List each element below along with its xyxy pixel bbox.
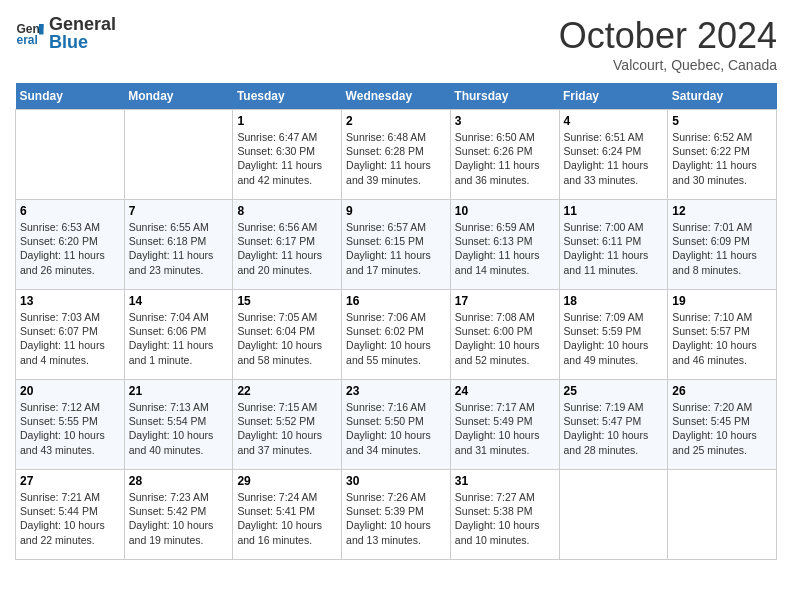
day-info: Sunrise: 7:04 AM Sunset: 6:06 PM Dayligh… [129, 310, 229, 367]
page-header: Gen eral General Blue October 2024 Valco… [15, 15, 777, 73]
calendar-week-3: 13Sunrise: 7:03 AM Sunset: 6:07 PM Dayli… [16, 290, 777, 380]
calendar-cell: 9Sunrise: 6:57 AM Sunset: 6:15 PM Daylig… [342, 200, 451, 290]
day-info: Sunrise: 7:01 AM Sunset: 6:09 PM Dayligh… [672, 220, 772, 277]
day-number: 19 [672, 294, 772, 308]
day-info: Sunrise: 7:24 AM Sunset: 5:41 PM Dayligh… [237, 490, 337, 547]
day-info: Sunrise: 6:57 AM Sunset: 6:15 PM Dayligh… [346, 220, 446, 277]
day-info: Sunrise: 7:09 AM Sunset: 5:59 PM Dayligh… [564, 310, 664, 367]
day-number: 27 [20, 474, 120, 488]
logo-text-blue: Blue [49, 32, 88, 52]
day-info: Sunrise: 7:17 AM Sunset: 5:49 PM Dayligh… [455, 400, 555, 457]
day-number: 25 [564, 384, 664, 398]
weekday-header-thursday: Thursday [450, 83, 559, 110]
calendar-week-4: 20Sunrise: 7:12 AM Sunset: 5:55 PM Dayli… [16, 380, 777, 470]
calendar-cell: 3Sunrise: 6:50 AM Sunset: 6:26 PM Daylig… [450, 110, 559, 200]
calendar-cell: 8Sunrise: 6:56 AM Sunset: 6:17 PM Daylig… [233, 200, 342, 290]
location-label: Valcourt, Quebec, Canada [559, 57, 777, 73]
weekday-header-saturday: Saturday [668, 83, 777, 110]
calendar-cell: 7Sunrise: 6:55 AM Sunset: 6:18 PM Daylig… [124, 200, 233, 290]
day-info: Sunrise: 7:20 AM Sunset: 5:45 PM Dayligh… [672, 400, 772, 457]
calendar-cell: 14Sunrise: 7:04 AM Sunset: 6:06 PM Dayli… [124, 290, 233, 380]
calendar-cell: 2Sunrise: 6:48 AM Sunset: 6:28 PM Daylig… [342, 110, 451, 200]
day-info: Sunrise: 7:05 AM Sunset: 6:04 PM Dayligh… [237, 310, 337, 367]
day-number: 16 [346, 294, 446, 308]
calendar-cell: 13Sunrise: 7:03 AM Sunset: 6:07 PM Dayli… [16, 290, 125, 380]
calendar-week-5: 27Sunrise: 7:21 AM Sunset: 5:44 PM Dayli… [16, 470, 777, 560]
day-info: Sunrise: 7:12 AM Sunset: 5:55 PM Dayligh… [20, 400, 120, 457]
day-info: Sunrise: 6:56 AM Sunset: 6:17 PM Dayligh… [237, 220, 337, 277]
day-info: Sunrise: 7:00 AM Sunset: 6:11 PM Dayligh… [564, 220, 664, 277]
day-info: Sunrise: 6:51 AM Sunset: 6:24 PM Dayligh… [564, 130, 664, 187]
day-number: 18 [564, 294, 664, 308]
day-number: 31 [455, 474, 555, 488]
weekday-header-tuesday: Tuesday [233, 83, 342, 110]
calendar-cell: 17Sunrise: 7:08 AM Sunset: 6:00 PM Dayli… [450, 290, 559, 380]
calendar-cell: 12Sunrise: 7:01 AM Sunset: 6:09 PM Dayli… [668, 200, 777, 290]
day-info: Sunrise: 6:52 AM Sunset: 6:22 PM Dayligh… [672, 130, 772, 187]
calendar-table: SundayMondayTuesdayWednesdayThursdayFrid… [15, 83, 777, 560]
day-number: 22 [237, 384, 337, 398]
calendar-cell: 24Sunrise: 7:17 AM Sunset: 5:49 PM Dayli… [450, 380, 559, 470]
day-info: Sunrise: 7:26 AM Sunset: 5:39 PM Dayligh… [346, 490, 446, 547]
day-number: 20 [20, 384, 120, 398]
calendar-cell: 30Sunrise: 7:26 AM Sunset: 5:39 PM Dayli… [342, 470, 451, 560]
day-info: Sunrise: 7:15 AM Sunset: 5:52 PM Dayligh… [237, 400, 337, 457]
day-number: 10 [455, 204, 555, 218]
day-number: 29 [237, 474, 337, 488]
day-number: 9 [346, 204, 446, 218]
day-number: 13 [20, 294, 120, 308]
day-number: 5 [672, 114, 772, 128]
calendar-cell: 26Sunrise: 7:20 AM Sunset: 5:45 PM Dayli… [668, 380, 777, 470]
calendar-cell: 28Sunrise: 7:23 AM Sunset: 5:42 PM Dayli… [124, 470, 233, 560]
day-number: 30 [346, 474, 446, 488]
calendar-week-2: 6Sunrise: 6:53 AM Sunset: 6:20 PM Daylig… [16, 200, 777, 290]
day-number: 3 [455, 114, 555, 128]
svg-text:eral: eral [17, 33, 38, 47]
calendar-cell: 5Sunrise: 6:52 AM Sunset: 6:22 PM Daylig… [668, 110, 777, 200]
calendar-cell: 25Sunrise: 7:19 AM Sunset: 5:47 PM Dayli… [559, 380, 668, 470]
calendar-cell: 19Sunrise: 7:10 AM Sunset: 5:57 PM Dayli… [668, 290, 777, 380]
calendar-cell: 11Sunrise: 7:00 AM Sunset: 6:11 PM Dayli… [559, 200, 668, 290]
calendar-cell: 6Sunrise: 6:53 AM Sunset: 6:20 PM Daylig… [16, 200, 125, 290]
header-row: SundayMondayTuesdayWednesdayThursdayFrid… [16, 83, 777, 110]
day-number: 7 [129, 204, 229, 218]
calendar-cell [124, 110, 233, 200]
day-number: 28 [129, 474, 229, 488]
day-info: Sunrise: 7:13 AM Sunset: 5:54 PM Dayligh… [129, 400, 229, 457]
calendar-cell: 20Sunrise: 7:12 AM Sunset: 5:55 PM Dayli… [16, 380, 125, 470]
logo-icon: Gen eral [15, 18, 45, 48]
logo-text-general: General [49, 14, 116, 34]
day-info: Sunrise: 7:08 AM Sunset: 6:00 PM Dayligh… [455, 310, 555, 367]
day-info: Sunrise: 7:16 AM Sunset: 5:50 PM Dayligh… [346, 400, 446, 457]
calendar-cell [559, 470, 668, 560]
day-info: Sunrise: 6:48 AM Sunset: 6:28 PM Dayligh… [346, 130, 446, 187]
day-number: 24 [455, 384, 555, 398]
calendar-cell: 4Sunrise: 6:51 AM Sunset: 6:24 PM Daylig… [559, 110, 668, 200]
day-info: Sunrise: 7:21 AM Sunset: 5:44 PM Dayligh… [20, 490, 120, 547]
month-title: October 2024 [559, 15, 777, 57]
calendar-cell [16, 110, 125, 200]
calendar-cell: 27Sunrise: 7:21 AM Sunset: 5:44 PM Dayli… [16, 470, 125, 560]
day-number: 23 [346, 384, 446, 398]
day-number: 6 [20, 204, 120, 218]
weekday-header-wednesday: Wednesday [342, 83, 451, 110]
day-info: Sunrise: 7:10 AM Sunset: 5:57 PM Dayligh… [672, 310, 772, 367]
day-info: Sunrise: 7:27 AM Sunset: 5:38 PM Dayligh… [455, 490, 555, 547]
day-info: Sunrise: 6:47 AM Sunset: 6:30 PM Dayligh… [237, 130, 337, 187]
calendar-cell: 23Sunrise: 7:16 AM Sunset: 5:50 PM Dayli… [342, 380, 451, 470]
calendar-cell: 21Sunrise: 7:13 AM Sunset: 5:54 PM Dayli… [124, 380, 233, 470]
calendar-cell: 18Sunrise: 7:09 AM Sunset: 5:59 PM Dayli… [559, 290, 668, 380]
day-number: 21 [129, 384, 229, 398]
day-info: Sunrise: 7:03 AM Sunset: 6:07 PM Dayligh… [20, 310, 120, 367]
day-info: Sunrise: 7:19 AM Sunset: 5:47 PM Dayligh… [564, 400, 664, 457]
day-number: 12 [672, 204, 772, 218]
calendar-cell [668, 470, 777, 560]
day-info: Sunrise: 6:59 AM Sunset: 6:13 PM Dayligh… [455, 220, 555, 277]
day-info: Sunrise: 6:50 AM Sunset: 6:26 PM Dayligh… [455, 130, 555, 187]
day-info: Sunrise: 7:06 AM Sunset: 6:02 PM Dayligh… [346, 310, 446, 367]
calendar-cell: 15Sunrise: 7:05 AM Sunset: 6:04 PM Dayli… [233, 290, 342, 380]
calendar-cell: 22Sunrise: 7:15 AM Sunset: 5:52 PM Dayli… [233, 380, 342, 470]
day-number: 4 [564, 114, 664, 128]
logo: Gen eral General Blue [15, 15, 116, 51]
weekday-header-sunday: Sunday [16, 83, 125, 110]
